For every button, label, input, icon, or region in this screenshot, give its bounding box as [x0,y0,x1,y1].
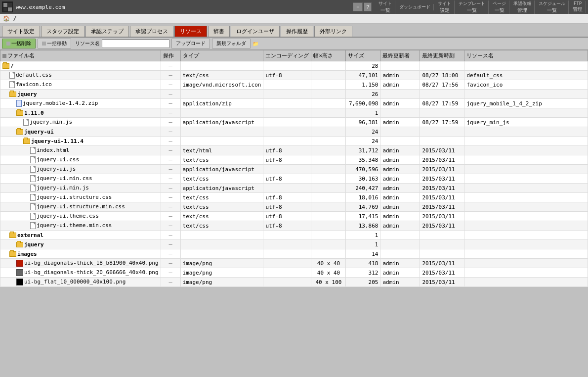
cell-operation[interactable]: — [161,137,180,146]
operation-icon[interactable]: — [168,185,172,191]
table-row[interactable]: jquery-ui.theme.css—text/cssutf-817,415a… [0,212,588,221]
move-all-btn[interactable]: 一括移動 [38,39,71,48]
resource-name-input[interactable] [102,40,169,48]
nav-site-settings[interactable]: サイト 設定 [435,0,455,14]
cell-operation[interactable]: — [161,155,180,165]
nav-template-list[interactable]: テンプレート 一覧 [456,0,489,14]
cell-operation[interactable]: — [161,231,180,240]
tab-operation-history[interactable]: 操作履歴 [281,26,313,37]
table-row[interactable]: jquery-ui.min.css—text/cssutf-830,163adm… [0,174,588,184]
tab-external-links[interactable]: 外部リンク [314,26,352,37]
table-row[interactable]: index.html—text/htmlutf-831,712admin2015… [0,146,588,155]
table-row[interactable]: jquery-ui.js—application/javascript470,5… [0,165,588,174]
tab-staff-settings[interactable]: スタッフ設定 [41,26,84,37]
table-row[interactable]: jquery-ui-1.11.4—24 [0,137,588,146]
table-row[interactable]: jquery-ui.structure.min.css—text/cssutf-… [0,202,588,212]
tab-login-users[interactable]: ログインユーザ [231,26,280,37]
tab-dictionary[interactable]: 辞書 [208,26,230,37]
operation-icon[interactable]: — [168,100,172,107]
table-row[interactable]: jquery-ui.min.js—application/javascript2… [0,184,588,193]
table-row[interactable]: jquery-ui.theme.min.css—text/cssutf-813,… [0,221,588,231]
operation-icon[interactable]: — [168,250,172,257]
cell-operation[interactable]: — [161,268,180,278]
operation-icon[interactable]: — [168,156,172,163]
operation-icon[interactable]: — [168,222,172,229]
cell-operation[interactable]: — [161,99,180,108]
operation-icon[interactable]: — [168,175,172,182]
operation-icon[interactable]: — [168,128,172,135]
operation-icon[interactable]: — [168,109,172,116]
cell-operation[interactable]: — [161,212,180,221]
table-row[interactable]: images—14 [0,249,588,259]
table-row[interactable]: ui-bg_flat_10_000000_40x100.png—image/pn… [0,278,588,287]
table-row[interactable]: jquery—1 [0,240,588,249]
operation-icon[interactable]: — [168,166,172,173]
cell-operation[interactable]: — [161,202,180,212]
cell-operation[interactable]: — [161,71,180,80]
operation-icon[interactable]: — [168,194,172,201]
operation-icon[interactable]: — [168,81,172,88]
cell-encoding: utf-8 [263,202,311,212]
operation-icon[interactable]: — [168,147,172,154]
operation-icon[interactable]: — [168,269,172,276]
cell-operation[interactable]: — [161,108,180,118]
tab-site-settings[interactable]: サイト設定 [2,26,40,37]
cell-operation[interactable]: — [161,278,180,287]
operation-icon[interactable]: — [168,91,172,97]
table-row[interactable]: ui-bg_diagonals-thick_20_666666_40x40.pn… [0,268,588,278]
operation-icon[interactable]: — [168,213,172,220]
cell-operation[interactable]: — [161,127,180,137]
nav-schedule[interactable]: スケジュール 一覧 [536,0,569,14]
cell-operation[interactable]: — [161,90,180,99]
nav-dashboard[interactable]: ダッシュボード [396,4,434,10]
cell-operation[interactable]: — [161,184,180,193]
operation-icon[interactable]: — [168,203,172,210]
delete-all-btn[interactable]: 一括削除 [2,39,36,48]
new-folder-btn[interactable]: 新規フォルダ [212,39,251,48]
operation-icon[interactable]: — [168,279,172,285]
operation-icon[interactable]: — [168,138,172,144]
cell-updated [420,108,464,118]
operation-icon[interactable]: — [168,62,172,69]
table-row[interactable]: default.css—text/cssutf-847,101admin08/2… [0,71,588,80]
cell-operation[interactable]: — [161,193,180,202]
nav-site-list[interactable]: サイト 一覧 [376,0,395,14]
cell-operation[interactable]: — [161,221,180,231]
operation-icon[interactable]: — [168,119,172,126]
help-btn[interactable]: ? [364,2,372,11]
table-row[interactable]: jquery.min.js—application/javascript96,3… [0,118,588,127]
col-updater: 最終更新者 [380,50,420,61]
table-row[interactable]: jquery-ui.css—text/cssutf-835,348admin20… [0,155,588,165]
table-row[interactable]: /—28 [0,61,588,71]
cell-operation[interactable]: — [161,240,180,249]
table-row[interactable]: external—1 [0,231,588,240]
cell-operation[interactable]: — [161,165,180,174]
table-row[interactable]: jquery-ui—24 [0,127,588,137]
minimize-btn[interactable]: － [353,2,363,11]
cell-operation[interactable]: — [161,249,180,259]
cell-operation[interactable]: — [161,80,180,90]
operation-icon[interactable]: — [168,260,172,267]
cell-operation[interactable]: — [161,174,180,184]
tab-resources[interactable]: リソース [174,26,207,37]
cell-operation[interactable]: — [161,118,180,127]
operation-icon[interactable]: — [168,232,172,238]
table-row[interactable]: ui-bg_diagonals-thick_18_b81900_40x40.pn… [0,259,588,268]
nav-ftp[interactable]: FTP 管理 [570,1,586,13]
operation-icon[interactable]: — [168,241,172,248]
tab-approval-steps[interactable]: 承認ステップ [85,26,129,37]
table-row[interactable]: jquery.mobile-1.4.2.zip—application/zip7… [0,99,588,108]
nav-approval[interactable]: 承認依頼 管理 [510,0,535,14]
operation-icon[interactable]: — [168,72,172,79]
table-row[interactable]: jquery-ui.structure.css—text/cssutf-818,… [0,193,588,202]
cell-operation[interactable]: — [161,259,180,268]
nav-page-list[interactable]: ページ 一覧 [490,0,509,14]
table-row[interactable]: favicon.ico—image/vnd.microsoft.icon1,15… [0,80,588,90]
cell-dimensions: 40 x 40 [311,268,346,278]
cell-operation[interactable]: — [161,61,180,71]
tab-approval-process[interactable]: 承認プロセス [130,26,173,37]
table-row[interactable]: 1.11.0—1 [0,108,588,118]
upload-btn[interactable]: アップロード [171,39,210,48]
cell-operation[interactable]: — [161,146,180,155]
table-row[interactable]: jquery—26 [0,90,588,99]
